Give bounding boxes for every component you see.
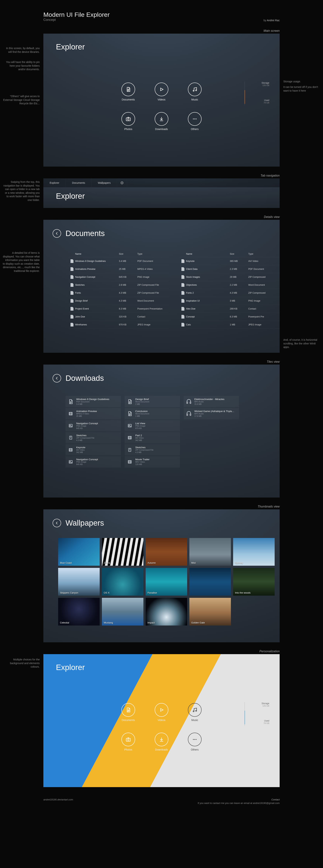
col-size[interactable]: Size — [230, 253, 248, 255]
library-others[interactable]: Others — [181, 733, 208, 757]
tab-documents[interactable]: Documents — [66, 178, 92, 187]
img-icon — [68, 458, 74, 465]
library-others[interactable]: Others — [181, 112, 208, 136]
tab-wallpapers[interactable]: Wallpapers — [92, 178, 117, 187]
library-music[interactable]: Music — [181, 703, 208, 727]
library-documents[interactable]: Documents — [115, 83, 142, 106]
video-icon — [127, 458, 133, 465]
tile-item[interactable]: Animation PreviewMPEG-4 Video25 MB — [66, 408, 121, 419]
thumbnail[interactable]: Paradise — [146, 568, 187, 596]
main-screen: Explorer DocumentsVideosMusicPhotosDownl… — [43, 34, 280, 166]
thumbnail[interactable]: Sydney — [233, 538, 274, 566]
table-row[interactable]: Design Brief4.3 MBWord Document — [69, 297, 169, 305]
library-downloads[interactable]: Downloads — [148, 112, 175, 136]
tile-item[interactable]: List ViewPNG Image879 KB — [125, 420, 180, 431]
thumbnail[interactable]: Impact — [146, 598, 187, 625]
table-row[interactable]: Stock Images29 MBZIP Compressed — [180, 273, 280, 281]
table-row[interactable]: Concept8.3 MBPowerpoint Pre — [180, 313, 280, 321]
library-photos[interactable]: Photos — [115, 112, 142, 136]
table-row[interactable]: Alex Doe289 KBContact — [180, 305, 280, 313]
library-label: Others — [181, 128, 208, 130]
col-size[interactable]: Size — [119, 253, 137, 255]
thumbs-title: Wallpapers — [66, 519, 104, 527]
col-type[interactable]: Type — [248, 253, 280, 255]
svg-marker-25 — [161, 709, 163, 711]
thumbnail[interactable]: Celestial — [58, 598, 100, 625]
thumbnail[interactable]: Autumn — [146, 538, 187, 566]
audio-icon — [186, 398, 192, 405]
anno-main-3: "Others" will give acces to External Sto… — [3, 95, 40, 105]
library-label: Downloads — [148, 128, 175, 130]
table-row[interactable]: John Doe320 KBContact — [69, 313, 169, 321]
tile-item[interactable]: Movie TrailerMKV Video128 MB — [125, 456, 180, 467]
library-documents[interactable]: Documents — [115, 703, 142, 727]
table-row[interactable]: Client Data2.3 MBPDF Document — [180, 265, 280, 273]
audio-icon — [186, 410, 192, 417]
svg-rect-20 — [128, 460, 131, 463]
table-row[interactable]: Project Event8.3 MBPowerpoint Presentati… — [69, 305, 169, 313]
thumbnail-caption: Impact — [148, 621, 155, 624]
video-icon — [127, 434, 133, 441]
col-name[interactable]: Name — [186, 253, 230, 255]
table-row[interactable]: Animations Preview25 MBMPEG-4 Video — [69, 265, 169, 273]
tile-item[interactable]: SketchesZIP Compressed File4.3 MB — [125, 444, 180, 456]
table-row[interactable]: Keynote365 MBAVI Video — [180, 257, 280, 265]
tile-item[interactable]: Elektroschneider - MiraclesMP3 Audio15.9… — [184, 396, 239, 407]
add-tab-button[interactable] — [117, 178, 127, 187]
thumbnail[interactable] — [189, 568, 231, 596]
thumbnail[interactable]: Skippers Canyon — [58, 568, 100, 596]
tile-item[interactable]: Navigation ConceptPNG Image645 KB — [66, 456, 121, 467]
file-icon — [180, 291, 186, 295]
thumbnail[interactable]: Zebra — [102, 538, 143, 566]
tile-item[interactable]: SketchesZIP Compressed File4.3 MB — [66, 432, 121, 443]
tabs-screen: ExplorerDocumentsWallpapers Explorer — [43, 178, 280, 208]
tile-item[interactable]: Windows 8 Design GuidelinesPDF Document3… — [66, 396, 121, 407]
library-label: Music — [181, 98, 208, 101]
library-videos[interactable]: Videos — [148, 83, 175, 106]
img-icon — [127, 422, 133, 429]
tile-item[interactable]: ConclusionWord Document1 MB — [125, 408, 180, 419]
tile-item[interactable]: Wicked Game (Adriatique & Thyladomid)MP3… — [184, 408, 239, 419]
svg-rect-9 — [69, 412, 72, 415]
svg-point-5 — [193, 119, 194, 120]
tile-item[interactable]: Part 2AVI Video342 MB — [125, 432, 180, 443]
thumbnail[interactable]: Into the woods — [233, 568, 274, 596]
thumbnail[interactable]: OS X — [102, 568, 143, 596]
back-button[interactable] — [53, 229, 61, 238]
table-row[interactable]: Fonts 24.3 MBZIP Compressed — [180, 289, 280, 297]
file-icon — [180, 315, 186, 318]
footer-link[interactable]: andrei19190.deviantart.com — [43, 798, 73, 804]
col-type[interactable]: Type — [137, 253, 169, 255]
thumbnail[interactable]: Mustang — [102, 598, 143, 625]
table-row[interactable]: Wireframes978 KBJPEG Image — [69, 321, 169, 329]
table-row[interactable]: Objectives2.2 MBWord Document — [180, 281, 280, 289]
library-downloads[interactable]: Downloads — [148, 733, 175, 757]
thumbnail[interactable]: Golden Gate — [189, 598, 231, 625]
library-music[interactable]: Music — [181, 83, 208, 106]
library-photos[interactable]: Photos — [115, 733, 142, 757]
tab-explorer[interactable]: Explorer — [43, 178, 66, 187]
table-row[interactable]: Fonts4.3 MBZIP Compressed File — [69, 289, 169, 297]
table-row[interactable]: Navigation Concept645 KBPNG Image — [69, 273, 169, 281]
library-videos[interactable]: Videos — [148, 703, 175, 727]
thumbnail-caption: Golden Gate — [191, 621, 205, 624]
thumbnail-caption: Mist — [191, 561, 196, 564]
col-name[interactable]: Name — [75, 253, 119, 255]
back-button[interactable] — [53, 519, 61, 527]
svg-marker-0 — [161, 88, 163, 91]
table-row[interactable]: Windows 8 Design Guidelines3.4 MBPDF Doc… — [69, 257, 169, 265]
tile-item[interactable]: KeynoteAVI Video342 MB — [66, 444, 121, 456]
back-button[interactable] — [53, 374, 61, 382]
thumbnail-caption: Paradise — [148, 591, 157, 594]
tile-item[interactable]: Navigation ConceptPNG Image645 KB — [66, 420, 121, 431]
thumbnail[interactable]: Mist — [189, 538, 231, 566]
camera-icon — [122, 733, 135, 746]
tile-item[interactable]: Design BriefWord Document2 MB — [125, 396, 180, 407]
thumbnail[interactable]: Blue Coast — [58, 538, 100, 566]
play-icon — [155, 83, 168, 96]
table-row[interactable]: Cats1 MBJPEG Image — [180, 321, 280, 329]
table-row[interactable]: Inspiration UI3 MBPNG Image — [180, 297, 280, 305]
page-title: Modern UI File Explorer — [43, 11, 110, 18]
section-label-tiles: Tiles view — [43, 360, 280, 364]
table-row[interactable]: Sketches2.6 MBZIP Compressed File — [69, 281, 169, 289]
